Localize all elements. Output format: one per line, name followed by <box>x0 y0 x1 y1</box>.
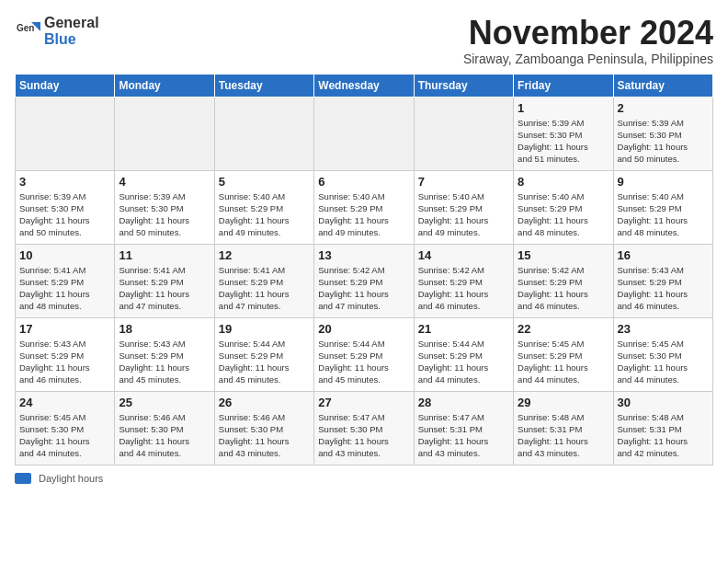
day-info: Sunrise: 5:40 AM Sunset: 5:29 PM Dayligh… <box>618 190 709 239</box>
day-info: Sunrise: 5:39 AM Sunset: 5:30 PM Dayligh… <box>19 190 110 239</box>
day-number: 20 <box>318 322 409 336</box>
calendar-cell: 10Sunrise: 5:41 AM Sunset: 5:29 PM Dayli… <box>16 244 115 317</box>
day-info: Sunrise: 5:42 AM Sunset: 5:29 PM Dayligh… <box>518 264 609 313</box>
day-number: 4 <box>119 175 210 189</box>
month-title: November 2024 <box>463 15 713 52</box>
calendar-week-row: 1Sunrise: 5:39 AM Sunset: 5:30 PM Daylig… <box>16 97 713 170</box>
svg-text:Gen: Gen <box>17 23 34 33</box>
day-info: Sunrise: 5:47 AM Sunset: 5:30 PM Dayligh… <box>318 411 409 460</box>
logo-general: General <box>44 15 99 31</box>
calendar-week-row: 24Sunrise: 5:45 AM Sunset: 5:30 PM Dayli… <box>16 391 713 465</box>
day-info: Sunrise: 5:39 AM Sunset: 5:30 PM Dayligh… <box>119 190 210 239</box>
day-info: Sunrise: 5:44 AM Sunset: 5:29 PM Dayligh… <box>418 338 509 386</box>
weekday-header-cell: Monday <box>115 74 214 97</box>
day-info: Sunrise: 5:46 AM Sunset: 5:30 PM Dayligh… <box>219 411 310 460</box>
calendar-cell: 20Sunrise: 5:44 AM Sunset: 5:29 PM Dayli… <box>314 317 414 391</box>
day-number: 1 <box>518 101 609 115</box>
calendar-cell: 21Sunrise: 5:44 AM Sunset: 5:29 PM Dayli… <box>414 317 513 391</box>
calendar-cell <box>115 97 214 170</box>
day-info: Sunrise: 5:47 AM Sunset: 5:31 PM Dayligh… <box>418 411 509 460</box>
day-number: 19 <box>219 322 310 336</box>
calendar-cell: 17Sunrise: 5:43 AM Sunset: 5:29 PM Dayli… <box>16 317 115 391</box>
day-number: 7 <box>418 175 509 189</box>
header: Gen General Blue November 2024 Siraway, … <box>15 15 713 66</box>
day-number: 2 <box>618 101 709 115</box>
daylight-swatch <box>15 473 31 484</box>
calendar-cell <box>214 97 313 170</box>
calendar-week-row: 10Sunrise: 5:41 AM Sunset: 5:29 PM Dayli… <box>16 244 713 317</box>
calendar-body: 1Sunrise: 5:39 AM Sunset: 5:30 PM Daylig… <box>16 97 713 465</box>
day-number: 29 <box>518 396 609 409</box>
calendar-cell: 24Sunrise: 5:45 AM Sunset: 5:30 PM Dayli… <box>16 391 115 465</box>
calendar-cell: 18Sunrise: 5:43 AM Sunset: 5:29 PM Dayli… <box>115 317 214 391</box>
calendar-cell: 2Sunrise: 5:39 AM Sunset: 5:30 PM Daylig… <box>613 97 712 170</box>
calendar-cell: 6Sunrise: 5:40 AM Sunset: 5:29 PM Daylig… <box>314 170 414 244</box>
calendar-table: SundayMondayTuesdayWednesdayThursdayFrid… <box>15 74 713 465</box>
calendar-cell: 8Sunrise: 5:40 AM Sunset: 5:29 PM Daylig… <box>514 170 613 244</box>
weekday-header-row: SundayMondayTuesdayWednesdayThursdayFrid… <box>16 74 713 97</box>
day-number: 25 <box>119 396 210 409</box>
day-number: 9 <box>618 175 709 189</box>
calendar-cell <box>414 97 513 170</box>
day-number: 26 <box>219 396 310 409</box>
weekday-header-cell: Sunday <box>16 74 115 97</box>
day-info: Sunrise: 5:44 AM Sunset: 5:29 PM Dayligh… <box>318 338 409 386</box>
calendar-cell: 1Sunrise: 5:39 AM Sunset: 5:30 PM Daylig… <box>514 97 613 170</box>
calendar-cell: 13Sunrise: 5:42 AM Sunset: 5:29 PM Dayli… <box>314 244 414 317</box>
day-number: 15 <box>518 248 609 262</box>
calendar-cell: 29Sunrise: 5:48 AM Sunset: 5:31 PM Dayli… <box>514 391 613 465</box>
day-info: Sunrise: 5:40 AM Sunset: 5:29 PM Dayligh… <box>318 190 409 239</box>
day-info: Sunrise: 5:39 AM Sunset: 5:30 PM Dayligh… <box>518 117 609 166</box>
day-info: Sunrise: 5:45 AM Sunset: 5:30 PM Dayligh… <box>19 411 110 460</box>
day-info: Sunrise: 5:44 AM Sunset: 5:29 PM Dayligh… <box>219 338 310 386</box>
logo: Gen General Blue <box>15 15 99 47</box>
day-info: Sunrise: 5:43 AM Sunset: 5:29 PM Dayligh… <box>119 338 210 386</box>
day-number: 28 <box>418 396 509 409</box>
calendar-week-row: 3Sunrise: 5:39 AM Sunset: 5:30 PM Daylig… <box>16 170 713 244</box>
calendar-cell: 19Sunrise: 5:44 AM Sunset: 5:29 PM Dayli… <box>214 317 313 391</box>
day-number: 14 <box>418 248 509 262</box>
calendar-cell: 11Sunrise: 5:41 AM Sunset: 5:29 PM Dayli… <box>115 244 214 317</box>
calendar-cell <box>314 97 414 170</box>
day-info: Sunrise: 5:40 AM Sunset: 5:29 PM Dayligh… <box>219 190 310 239</box>
day-number: 8 <box>518 175 609 189</box>
calendar-cell: 7Sunrise: 5:40 AM Sunset: 5:29 PM Daylig… <box>414 170 513 244</box>
calendar-week-row: 17Sunrise: 5:43 AM Sunset: 5:29 PM Dayli… <box>16 317 713 391</box>
title-area: November 2024 Siraway, Zamboanga Peninsu… <box>463 15 713 66</box>
calendar-cell: 12Sunrise: 5:41 AM Sunset: 5:29 PM Dayli… <box>214 244 313 317</box>
day-number: 27 <box>318 396 409 409</box>
weekday-header-cell: Thursday <box>414 74 513 97</box>
day-number: 13 <box>318 248 409 262</box>
day-number: 6 <box>318 175 409 189</box>
calendar-cell: 16Sunrise: 5:43 AM Sunset: 5:29 PM Dayli… <box>613 244 712 317</box>
day-info: Sunrise: 5:43 AM Sunset: 5:29 PM Dayligh… <box>618 264 709 313</box>
day-number: 24 <box>19 396 110 409</box>
day-number: 3 <box>19 175 110 189</box>
weekday-header-cell: Tuesday <box>214 74 313 97</box>
calendar-cell: 3Sunrise: 5:39 AM Sunset: 5:30 PM Daylig… <box>16 170 115 244</box>
calendar-cell: 14Sunrise: 5:42 AM Sunset: 5:29 PM Dayli… <box>414 244 513 317</box>
day-number: 23 <box>618 322 709 336</box>
day-info: Sunrise: 5:45 AM Sunset: 5:29 PM Dayligh… <box>518 338 609 386</box>
weekday-header-cell: Friday <box>514 74 613 97</box>
footer-note: Daylight hours <box>15 473 713 484</box>
daylight-label: Daylight hours <box>39 473 103 484</box>
day-info: Sunrise: 5:42 AM Sunset: 5:29 PM Dayligh… <box>318 264 409 313</box>
day-info: Sunrise: 5:39 AM Sunset: 5:30 PM Dayligh… <box>618 117 709 166</box>
day-info: Sunrise: 5:42 AM Sunset: 5:29 PM Dayligh… <box>418 264 509 313</box>
calendar-cell: 9Sunrise: 5:40 AM Sunset: 5:29 PM Daylig… <box>613 170 712 244</box>
day-number: 30 <box>618 396 709 409</box>
calendar-cell: 15Sunrise: 5:42 AM Sunset: 5:29 PM Dayli… <box>514 244 613 317</box>
day-info: Sunrise: 5:45 AM Sunset: 5:30 PM Dayligh… <box>618 338 709 386</box>
day-info: Sunrise: 5:40 AM Sunset: 5:29 PM Dayligh… <box>418 190 509 239</box>
day-number: 5 <box>219 175 310 189</box>
calendar-cell: 27Sunrise: 5:47 AM Sunset: 5:30 PM Dayli… <box>314 391 414 465</box>
calendar-cell: 22Sunrise: 5:45 AM Sunset: 5:29 PM Dayli… <box>514 317 613 391</box>
subtitle: Siraway, Zamboanga Peninsula, Philippine… <box>463 52 713 66</box>
day-number: 21 <box>418 322 509 336</box>
day-number: 11 <box>119 248 210 262</box>
calendar-cell: 4Sunrise: 5:39 AM Sunset: 5:30 PM Daylig… <box>115 170 214 244</box>
day-number: 12 <box>219 248 310 262</box>
calendar-cell: 25Sunrise: 5:46 AM Sunset: 5:30 PM Dayli… <box>115 391 214 465</box>
day-info: Sunrise: 5:48 AM Sunset: 5:31 PM Dayligh… <box>518 411 609 460</box>
